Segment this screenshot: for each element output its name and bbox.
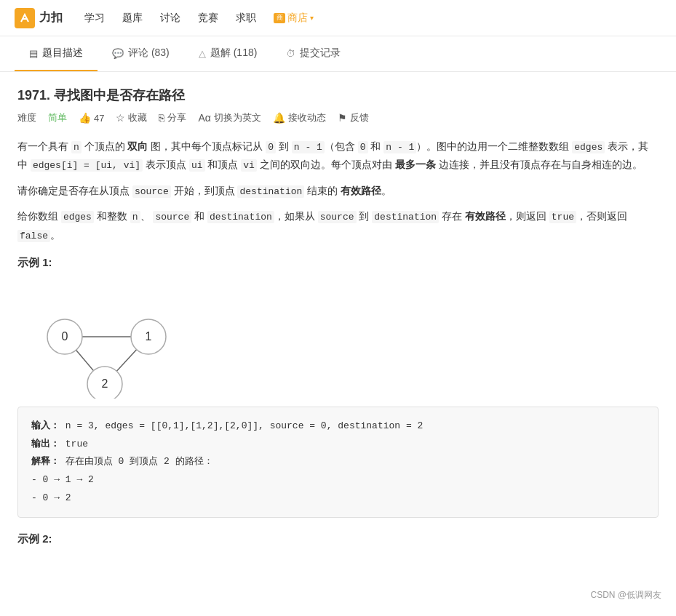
thumb-up-icon: 👍 (79, 112, 91, 124)
problem-title: 1971. 寻找图中是否存在路径 (17, 87, 659, 104)
difficulty-bar: 难度 简单 👍 47 ☆ 收藏 ⎘ 分享 Aα 切换为英文 🔔 接收动态 ⚑ 反… (17, 111, 659, 124)
code-n2: n (130, 211, 140, 223)
star-icon: ☆ (116, 112, 125, 124)
node-1-label: 1 (146, 330, 152, 343)
share-icon: ⎘ (159, 112, 164, 124)
desc-para3: 给你数组 edges 和整数 n、 source 和 destination，如… (17, 207, 659, 244)
bold-bidirectional: 双向 (127, 140, 148, 152)
flag-icon: ⚑ (338, 112, 347, 124)
example1-path2: - 0 → 2 (31, 489, 645, 508)
desc-para2: 请你确定是否存在从顶点 source 开始，到顶点 destination 结束… (17, 182, 659, 200)
code-edges: edges (572, 141, 605, 153)
code-n-minus-1b: n - 1 (383, 141, 416, 153)
logo-icon (15, 8, 35, 28)
example1-explain-line: 解释： 存在由顶点 0 到顶点 2 的路径： (31, 453, 645, 471)
node-2-label: 2 (102, 377, 108, 390)
bold-valid-path2: 有效路径 (465, 210, 506, 222)
nav-item-jobs[interactable]: 求职 (236, 9, 256, 28)
code-ui: ui (189, 159, 205, 172)
example1-title: 示例 1: (17, 256, 659, 270)
tab-bar: ▤ 题目描述 💬 评论 (83) △ 题解 (118) ⏱ 提交记录 (0, 36, 676, 72)
explain-label: 解释： (31, 456, 60, 467)
store-icon: 商 (274, 13, 285, 23)
tab-comments[interactable]: 💬 评论 (83) (98, 36, 184, 71)
example1-path1: - 0 → 1 → 2 (31, 471, 645, 489)
bold-atmost-one: 最多一条 (395, 159, 436, 170)
chevron-down-icon: ▾ (310, 14, 314, 22)
example1-input-line: 输入： n = 3, edges = [[0,1],[1,2],[2,0]], … (31, 417, 645, 436)
likes-item[interactable]: 👍 47 (79, 112, 104, 124)
output-label: 输出： (31, 439, 60, 449)
code-0: 0 (266, 141, 276, 153)
code-0b: 0 (358, 141, 368, 153)
difficulty-value: 简单 (48, 111, 67, 124)
code-edges-i: edges[i] = [ui, vi] (31, 159, 143, 172)
submissions-tab-icon: ⏱ (286, 48, 295, 59)
example1-output-line: 输出： true (31, 436, 645, 454)
top-navigation: 力扣 学习 题库 讨论 竞赛 求职 商 商店 ▾ (0, 0, 676, 36)
logo-text: 力扣 (39, 10, 63, 25)
code-dest2: destination (207, 211, 274, 223)
nav-item-discuss[interactable]: 讨论 (160, 9, 180, 28)
problem-description: 有一个具有 n 个顶点的 双向 图，其中每个顶点标记从 0 到 n - 1（包含… (17, 137, 659, 244)
bold-valid-path: 有效路径 (341, 185, 381, 196)
tab-solutions[interactable]: △ 题解 (118) (184, 36, 272, 71)
subscribe-button[interactable]: 🔔 接收动态 (273, 111, 326, 124)
feedback-button[interactable]: ⚑ 反馈 (338, 111, 369, 124)
graph-svg: 0 1 2 (25, 279, 185, 399)
description-tab-icon: ▤ (29, 48, 38, 59)
input-label: 输入： (31, 420, 60, 431)
code-true: true (549, 211, 576, 223)
collect-button[interactable]: ☆ 收藏 (116, 111, 147, 124)
logo[interactable]: 力扣 (15, 8, 63, 28)
nav-item-contest[interactable]: 竞赛 (198, 9, 218, 28)
nav-item-store[interactable]: 商 商店 ▾ (274, 9, 314, 28)
nav-items: 学习 题库 讨论 竞赛 求职 商 商店 ▾ (84, 9, 661, 28)
tab-submissions[interactable]: ⏱ 提交记录 (271, 36, 355, 71)
nav-item-learn[interactable]: 学习 (84, 9, 105, 28)
bell-icon: 🔔 (273, 112, 285, 124)
share-button[interactable]: ⎘ 分享 (159, 111, 186, 124)
switch-lang-button[interactable]: Aα 切换为英文 (198, 111, 261, 124)
code-dest: destination (237, 185, 304, 198)
code-dest3: destination (372, 211, 439, 223)
code-source: source (132, 185, 171, 198)
difficulty-label: 难度 (17, 111, 36, 124)
code-false: false (17, 230, 50, 242)
code-vi: vi (241, 159, 257, 172)
translate-icon: Aα (198, 112, 210, 124)
nav-item-problems[interactable]: 题库 (122, 9, 143, 28)
example1-code-block: 输入： n = 3, edges = [[0,1],[1,2],[2,0]], … (17, 407, 659, 518)
comments-tab-icon: 💬 (112, 48, 124, 59)
tab-description[interactable]: ▤ 题目描述 (15, 36, 98, 71)
code-n-minus-1: n - 1 (292, 141, 325, 153)
code-n: n (71, 141, 81, 153)
node-0-label: 0 (62, 330, 68, 343)
desc-para1: 有一个具有 n 个顶点的 双向 图，其中每个顶点标记从 0 到 n - 1（包含… (17, 137, 659, 175)
solutions-tab-icon: △ (199, 48, 206, 59)
code-source3: source (318, 211, 357, 223)
example2-title: 示例 2: (17, 532, 659, 546)
example1-graph: 0 1 2 (25, 279, 170, 395)
code-source2: source (153, 211, 191, 223)
main-content: 1971. 寻找图中是否存在路径 难度 简单 👍 47 ☆ 收藏 ⎘ 分享 Aα… (0, 72, 676, 569)
code-edges2: edges (61, 211, 94, 223)
